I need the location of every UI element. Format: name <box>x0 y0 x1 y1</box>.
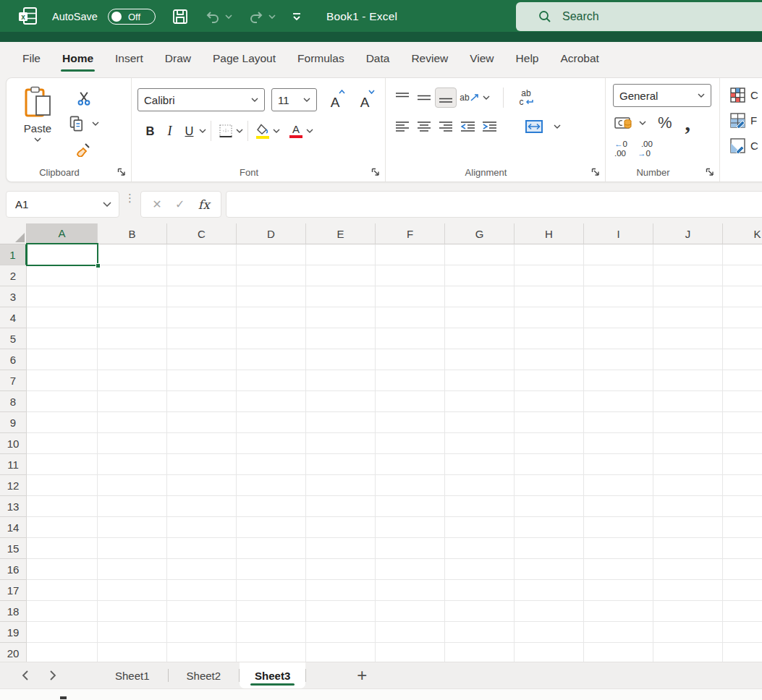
cell-a14[interactable] <box>27 517 98 538</box>
cell-e7[interactable] <box>306 370 376 391</box>
row-header-11[interactable]: 11 <box>0 454 27 475</box>
cell-b16[interactable] <box>98 559 167 580</box>
cell-e19[interactable] <box>306 622 376 643</box>
cell-g10[interactable] <box>445 433 515 454</box>
cell-e5[interactable] <box>306 328 376 349</box>
cell-f2[interactable] <box>376 265 445 286</box>
cell-f18[interactable] <box>376 601 445 622</box>
cell-k7[interactable] <box>723 370 762 391</box>
sheet-tab-sheet2[interactable]: Sheet2 <box>169 662 240 688</box>
cell-a15[interactable] <box>27 538 98 559</box>
cell-i11[interactable] <box>584 454 653 475</box>
cell-h9[interactable] <box>515 412 584 433</box>
copy-chevron-icon[interactable] <box>92 121 99 126</box>
menu-tab-help[interactable]: Help <box>505 42 550 74</box>
cell-j11[interactable] <box>653 454 723 475</box>
cell-d4[interactable] <box>237 307 306 328</box>
cell-h12[interactable] <box>515 475 584 496</box>
cell-g16[interactable] <box>445 559 515 580</box>
fill-color-chevron-icon[interactable] <box>273 129 280 133</box>
cell-i2[interactable] <box>584 265 653 286</box>
cell-e20[interactable] <box>306 643 376 662</box>
selected-cell-outline[interactable] <box>26 243 98 266</box>
font-color-chevron-icon[interactable] <box>306 129 313 133</box>
cell-j8[interactable] <box>653 391 723 412</box>
column-header-h[interactable]: H <box>515 223 584 244</box>
excel-app-icon[interactable]: x <box>17 7 38 27</box>
cell-h17[interactable] <box>515 580 584 601</box>
row-header-7[interactable]: 7 <box>0 370 27 391</box>
row-header-5[interactable]: 5 <box>0 328 27 349</box>
cell-g8[interactable] <box>445 391 515 412</box>
cell-k4[interactable] <box>723 307 762 328</box>
cell-c15[interactable] <box>167 538 237 559</box>
cell-c17[interactable] <box>167 580 237 601</box>
number-format-combobox[interactable]: General <box>613 84 711 107</box>
cell-g9[interactable] <box>445 412 515 433</box>
cell-e1[interactable] <box>306 244 376 265</box>
quick-access-toolbar-icon[interactable] <box>292 12 302 21</box>
cell-c20[interactable] <box>167 643 237 662</box>
column-header-e[interactable]: E <box>306 223 376 244</box>
cell-k11[interactable] <box>723 454 762 475</box>
cell-i13[interactable] <box>584 496 653 517</box>
cell-i5[interactable] <box>584 328 653 349</box>
cell-h3[interactable] <box>515 286 584 307</box>
cell-f9[interactable] <box>376 412 445 433</box>
borders-chevron-icon[interactable] <box>236 129 243 133</box>
cell-j17[interactable] <box>653 580 723 601</box>
italic-button[interactable]: I <box>160 121 179 141</box>
cell-d7[interactable] <box>237 370 306 391</box>
font-dialog-launcher[interactable] <box>371 168 380 176</box>
cell-c7[interactable] <box>167 370 237 391</box>
cell-b18[interactable] <box>98 601 167 622</box>
conditional-formatting-button[interactable]: C <box>730 87 762 103</box>
column-header-c[interactable]: C <box>167 223 237 244</box>
cell-k20[interactable] <box>723 643 762 662</box>
cell-a10[interactable] <box>27 433 98 454</box>
cell-i10[interactable] <box>584 433 653 454</box>
cell-h13[interactable] <box>515 496 584 517</box>
cell-e11[interactable] <box>306 454 376 475</box>
cell-c5[interactable] <box>167 328 237 349</box>
format-painter-button[interactable] <box>69 140 99 158</box>
next-sheet-arrow-icon[interactable] <box>50 670 56 680</box>
cell-c14[interactable] <box>167 517 237 538</box>
cell-c11[interactable] <box>167 454 237 475</box>
cell-g1[interactable] <box>445 244 515 265</box>
cell-f20[interactable] <box>376 643 445 662</box>
cell-k19[interactable] <box>723 622 762 643</box>
cell-f7[interactable] <box>376 370 445 391</box>
row-header-17[interactable]: 17 <box>0 580 27 601</box>
decrease-indent-button[interactable] <box>457 116 478 137</box>
cell-e16[interactable] <box>306 559 376 580</box>
cell-f8[interactable] <box>376 391 445 412</box>
row-header-15[interactable]: 15 <box>0 538 27 559</box>
cell-k3[interactable] <box>723 286 762 307</box>
cell-a2[interactable] <box>27 265 98 286</box>
orientation-button[interactable]: ab <box>457 88 483 108</box>
cell-e9[interactable] <box>306 412 376 433</box>
cell-b3[interactable] <box>98 286 167 307</box>
cell-b14[interactable] <box>98 517 167 538</box>
cell-j1[interactable] <box>653 244 723 265</box>
cell-k17[interactable] <box>723 580 762 601</box>
cell-h16[interactable] <box>515 559 584 580</box>
cell-g13[interactable] <box>445 496 515 517</box>
orientation-chevron-icon[interactable] <box>483 95 490 100</box>
cell-i20[interactable] <box>584 643 653 662</box>
cell-h14[interactable] <box>515 517 584 538</box>
cell-j3[interactable] <box>653 286 723 307</box>
row-header-3[interactable]: 3 <box>0 286 27 307</box>
cell-c18[interactable] <box>167 601 237 622</box>
cell-g19[interactable] <box>445 622 515 643</box>
cell-k10[interactable] <box>723 433 762 454</box>
cell-j19[interactable] <box>653 622 723 643</box>
cell-e18[interactable] <box>306 601 376 622</box>
cell-i4[interactable] <box>584 307 653 328</box>
cell-a11[interactable] <box>27 454 98 475</box>
font-size-combobox[interactable]: 11 <box>271 88 317 111</box>
name-box-chevron-icon[interactable] <box>103 202 111 207</box>
cell-a7[interactable] <box>27 370 98 391</box>
cell-e3[interactable] <box>306 286 376 307</box>
